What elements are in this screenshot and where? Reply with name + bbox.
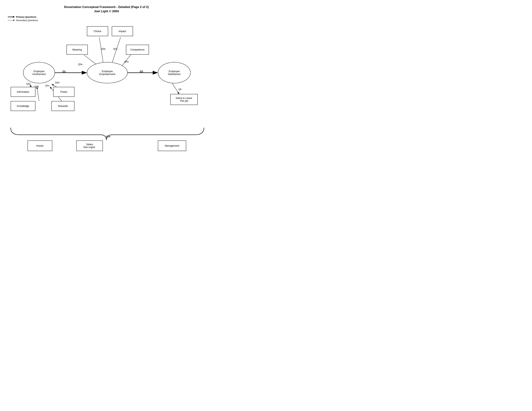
svg-line-9 (37, 87, 39, 101)
q6-label: Q6 (178, 88, 181, 91)
employee-satisfaction-label: EmployeeSatisfaction (168, 70, 180, 75)
title-area: Dissertation Conceptual Framework - Deta… (0, 0, 213, 13)
rewards-label: Rewards (58, 105, 68, 107)
q1-label: Q1 (62, 70, 66, 73)
q4a-label: Q4a (26, 83, 31, 85)
choice-box: Choice (87, 26, 108, 36)
salary-nonmgmt-label: SalaryNon-mgmt. (83, 143, 95, 149)
information-box: Information (11, 87, 36, 97)
choice-label: Choice (94, 30, 101, 33)
employee-involvement-label: EmployeeInvolvement (32, 70, 46, 75)
legend: Primary Questions Secondary Questions (8, 16, 38, 22)
hourly-box: Hourly (28, 140, 52, 151)
title-line2: Joel Light © 2004 (0, 9, 213, 13)
q4b-label: Q4b (35, 85, 39, 88)
q2-label: Q2 (140, 70, 143, 73)
primary-arrow-icon (8, 17, 15, 17)
hourly-label: Hourly (36, 144, 43, 147)
employee-empowerment-ellipse: EmployeeEmpowerment (87, 62, 128, 83)
q3x-label: Q3x (106, 135, 111, 138)
competence-label: Competence (130, 48, 144, 51)
q4c-label: Q4c (45, 84, 49, 87)
svg-line-6 (111, 37, 121, 66)
secondary-label: Secondary Questions (16, 19, 38, 22)
management-box: Management (158, 140, 186, 151)
impact-label: Impact (119, 30, 126, 33)
diagram-container: Dissertation Conceptual Framework - Deta… (0, 0, 213, 164)
q5a-label: Q5a (78, 63, 83, 65)
employee-empowerment-label: EmployeeEmpowerment (99, 70, 115, 75)
legend-primary: Primary Questions (8, 16, 38, 18)
knowledge-label: Knowledge (17, 105, 29, 107)
employee-satisfaction-ellipse: EmployeeSatisfaction (158, 62, 191, 83)
q5d-label: Q5d (124, 60, 129, 63)
salary-nonmgmt-box: SalaryNon-mgmt. (76, 140, 103, 151)
secondary-arrow-icon (8, 20, 15, 20)
employee-involvement-ellipse: EmployeeInvolvement (23, 62, 55, 83)
rewards-box: Rewards (51, 101, 75, 111)
svg-line-12 (171, 82, 179, 94)
knowledge-box: Knowledge (11, 101, 36, 111)
q4d-label: Q4d (55, 81, 59, 84)
intent-to-leave-label: Intent to LeaveThe job (176, 97, 192, 102)
primary-label: Primary Questions (16, 16, 37, 18)
power-box: Power (53, 87, 75, 97)
q5b-label: Q5b (101, 47, 105, 50)
intent-to-leave-box: Intent to LeaveThe job (170, 94, 198, 105)
impact-box: Impact (112, 26, 133, 36)
power-label: Power (60, 90, 67, 93)
meaning-box: Meaning (66, 45, 88, 55)
q5c-label: Q5c (113, 47, 117, 50)
meaning-label: Meaning (72, 48, 82, 51)
management-label: Management (165, 144, 179, 147)
legend-secondary: Secondary Questions (8, 19, 38, 22)
title-line1: Dissertation Conceptual Framework - Deta… (0, 5, 213, 9)
information-label: Information (17, 90, 29, 93)
competence-box: Competence (126, 45, 149, 55)
